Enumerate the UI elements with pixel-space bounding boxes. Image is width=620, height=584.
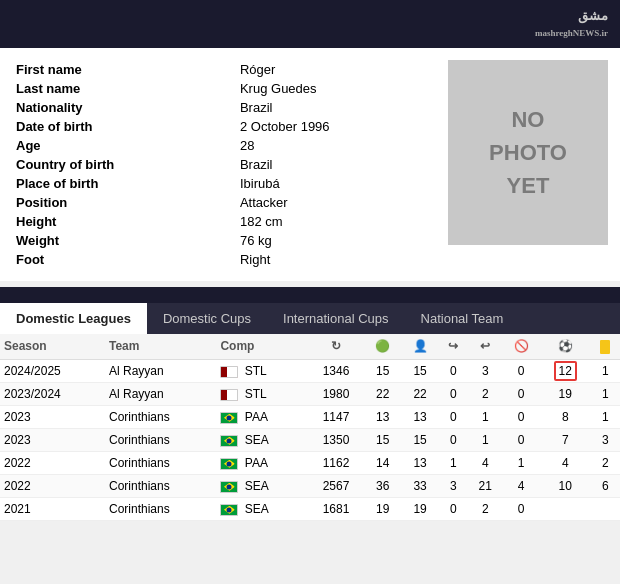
career-table-wrap: Season Team Comp ↻ 🟢 👤 ↪ ↩ 🚫 ⚽ 2024/2025… bbox=[0, 334, 620, 521]
apps-cell: 15 bbox=[364, 428, 401, 451]
started-cell: 15 bbox=[401, 359, 438, 382]
comp-cell: SEA bbox=[216, 497, 307, 520]
career-tab[interactable]: Domestic Leagues bbox=[0, 303, 147, 334]
field-value: Brazil bbox=[236, 155, 438, 174]
passport-row: Place of birthIbirubá bbox=[12, 174, 438, 193]
table-row: 2022 Corinthians PAA 1162 14 13 1 4 1 4 … bbox=[0, 451, 620, 474]
site-logo: مشقmashreghNEWS.ir bbox=[535, 8, 608, 40]
out-cell: 1 bbox=[468, 405, 503, 428]
career-table: Season Team Comp ↻ 🟢 👤 ↪ ↩ 🚫 ⚽ 2024/2025… bbox=[0, 334, 620, 521]
passport-row: Weight76 kg bbox=[12, 231, 438, 250]
apps-cell: 19 bbox=[364, 497, 401, 520]
out-cell: 2 bbox=[468, 382, 503, 405]
apps-cell: 36 bbox=[364, 474, 401, 497]
comp-cell: STL bbox=[216, 382, 307, 405]
yellow-cell: 1 bbox=[591, 382, 620, 405]
team-cell: Corinthians bbox=[105, 405, 216, 428]
career-tabs: Domestic LeaguesDomestic CupsInternation… bbox=[0, 303, 620, 334]
col-bench: 🚫 bbox=[503, 334, 540, 359]
career-tab[interactable]: National Team bbox=[405, 303, 520, 334]
team-cell: Corinthians bbox=[105, 497, 216, 520]
started-cell: 15 bbox=[401, 428, 438, 451]
table-row: 2023/2024 Al Rayyan STL 1980 22 22 0 2 0… bbox=[0, 382, 620, 405]
out-cell: 21 bbox=[468, 474, 503, 497]
goals-cell: 12 bbox=[540, 359, 591, 382]
out-cell: 3 bbox=[468, 359, 503, 382]
mins-cell: 1346 bbox=[308, 359, 364, 382]
goals-cell: 7 bbox=[540, 428, 591, 451]
field-value: 2 October 1996 bbox=[236, 117, 438, 136]
team-cell: Corinthians bbox=[105, 428, 216, 451]
mins-cell: 1681 bbox=[308, 497, 364, 520]
career-header bbox=[0, 287, 620, 303]
started-cell: 13 bbox=[401, 451, 438, 474]
table-row: 2023 Corinthians PAA 1147 13 13 0 1 0 8 … bbox=[0, 405, 620, 428]
field-value: 76 kg bbox=[236, 231, 438, 250]
passport-info: First nameRógerLast nameKrug GuedesNatio… bbox=[12, 60, 438, 269]
passport-row: First nameRóger bbox=[12, 60, 438, 79]
goals-cell bbox=[540, 497, 591, 520]
col-goals: ⚽ bbox=[540, 334, 591, 359]
comp-cell: STL bbox=[216, 359, 307, 382]
field-value: Brazil bbox=[236, 98, 438, 117]
out-cell: 2 bbox=[468, 497, 503, 520]
apps-cell: 22 bbox=[364, 382, 401, 405]
career-tab[interactable]: Domestic Cups bbox=[147, 303, 267, 334]
field-label: Foot bbox=[12, 250, 236, 269]
team-cell: Al Rayyan bbox=[105, 359, 216, 382]
season-cell: 2022 bbox=[0, 474, 105, 497]
in-cell: 3 bbox=[439, 474, 468, 497]
field-label: First name bbox=[12, 60, 236, 79]
passport-row: PositionAttacker bbox=[12, 193, 438, 212]
field-value: Right bbox=[236, 250, 438, 269]
in-cell: 1 bbox=[439, 451, 468, 474]
field-label: Last name bbox=[12, 79, 236, 98]
passport-body: First nameRógerLast nameKrug GuedesNatio… bbox=[0, 48, 620, 281]
season-cell: 2024/2025 bbox=[0, 359, 105, 382]
col-in: ↪ bbox=[439, 334, 468, 359]
comp-cell: SEA bbox=[216, 428, 307, 451]
player-photo: NO PHOTO YET bbox=[448, 60, 608, 245]
started-cell: 33 bbox=[401, 474, 438, 497]
mins-cell: 1162 bbox=[308, 451, 364, 474]
col-mins: ↻ bbox=[308, 334, 364, 359]
season-cell: 2023 bbox=[0, 405, 105, 428]
apps-cell: 15 bbox=[364, 359, 401, 382]
yellow-cell: 6 bbox=[591, 474, 620, 497]
in-cell: 0 bbox=[439, 497, 468, 520]
started-cell: 22 bbox=[401, 382, 438, 405]
bench-cell: 0 bbox=[503, 405, 540, 428]
col-team: Team bbox=[105, 334, 216, 359]
yellow-cell: 1 bbox=[591, 405, 620, 428]
field-value: 182 cm bbox=[236, 212, 438, 231]
apps-cell: 14 bbox=[364, 451, 401, 474]
season-cell: 2021 bbox=[0, 497, 105, 520]
field-value: Attacker bbox=[236, 193, 438, 212]
goals-cell: 8 bbox=[540, 405, 591, 428]
team-cell: Corinthians bbox=[105, 451, 216, 474]
mins-cell: 2567 bbox=[308, 474, 364, 497]
passport-row: Last nameKrug Guedes bbox=[12, 79, 438, 98]
started-cell: 19 bbox=[401, 497, 438, 520]
season-cell: 2022 bbox=[0, 451, 105, 474]
passport-row: Country of birthBrazil bbox=[12, 155, 438, 174]
bench-cell: 1 bbox=[503, 451, 540, 474]
table-row: 2024/2025 Al Rayyan STL 1346 15 15 0 3 0… bbox=[0, 359, 620, 382]
career-tab[interactable]: International Cups bbox=[267, 303, 405, 334]
col-season: Season bbox=[0, 334, 105, 359]
in-cell: 0 bbox=[439, 359, 468, 382]
table-row: 2023 Corinthians SEA 1350 15 15 0 1 0 7 … bbox=[0, 428, 620, 451]
table-header-row: Season Team Comp ↻ 🟢 👤 ↪ ↩ 🚫 ⚽ bbox=[0, 334, 620, 359]
passport-table: First nameRógerLast nameKrug GuedesNatio… bbox=[12, 60, 438, 269]
table-row: 2021 Corinthians SEA 1681 19 19 0 2 0 bbox=[0, 497, 620, 520]
yellow-cell bbox=[591, 497, 620, 520]
passport-row: Height182 cm bbox=[12, 212, 438, 231]
bench-cell: 0 bbox=[503, 428, 540, 451]
no-photo-text: NO PHOTO YET bbox=[489, 103, 567, 202]
field-value: Róger bbox=[236, 60, 438, 79]
passport-row: NationalityBrazil bbox=[12, 98, 438, 117]
in-cell: 0 bbox=[439, 382, 468, 405]
col-out: ↩ bbox=[468, 334, 503, 359]
goals-cell: 19 bbox=[540, 382, 591, 405]
field-label: Position bbox=[12, 193, 236, 212]
